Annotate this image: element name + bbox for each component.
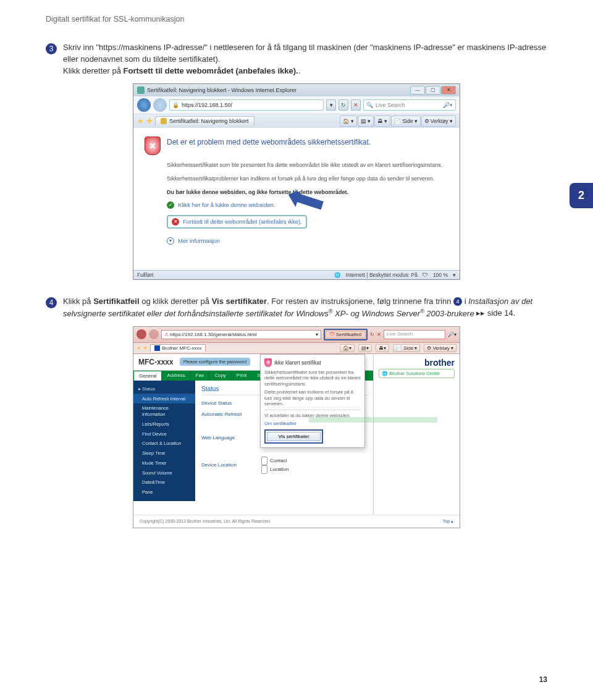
s4-italic-mid: XP- og Windows Server [333,309,421,318]
search-go-icon[interactable]: 🔎▾ [448,332,456,337]
step-4: 4 Klikk på Sertifikatfeil og klikk deret… [46,296,547,320]
s4-a: Klikk på [63,297,93,306]
refresh-button[interactable]: ↻ [370,332,374,337]
solution-center-link[interactable]: 🌐 Brother Solutions Center [379,369,455,378]
ss2-address-bar: ⚠ https://192.168.1.30/general/status.ht… [133,327,460,343]
print-button[interactable]: 🖶▾ [374,116,390,127]
search-field[interactable]: 🔍 Live Search 🔎▾ [363,99,456,111]
s4-c: . For resten av instruksjonene, følg tri… [267,297,453,306]
sidebar-item-contact[interactable]: Contact & Location [133,439,195,449]
feed-button[interactable]: ▤▾ [358,344,372,352]
page-menu-button[interactable]: 📄 Side ▾ [393,344,420,352]
location-label: Location [270,466,288,472]
step-3-line-a: Skriv inn "https://maskinens IP-adresse/… [63,43,546,64]
navtab-general[interactable]: General [133,371,162,381]
page-icon: 📄 [394,118,401,124]
label-device-location: Device Location [201,462,254,468]
feed-button[interactable]: ▤▾ [358,116,374,127]
home-button[interactable]: 🏠▾ [340,344,355,352]
url-dropdown-icon[interactable]: ▾ [316,332,318,337]
view-certificates-button[interactable]: Vis sertifikater [267,432,321,441]
close-page-label: Klikk her for å lukke denne websiden. [178,201,275,208]
browser-tab[interactable]: Sertifikatfeil: Navigering blokkert [155,116,254,125]
label-device-status: Device Status [201,400,254,406]
chapter-tab: 2 [570,183,593,208]
refresh-button[interactable]: ↻ [339,99,348,111]
sidebar-item-find-device[interactable]: Find Device [133,429,195,439]
print-button[interactable]: 🖶▾ [376,344,389,352]
sidebar-item-pane[interactable]: Pane [133,487,195,497]
copyright: Copyright(C) 2000-2012 Brother Industrie… [140,519,271,524]
page-body: ✕ Det er et problem med dette webområdet… [133,128,460,270]
chevron-down-icon: ▾ [167,237,174,245]
sidebar-item-auto-refresh[interactable]: Auto Refresh Interval [133,394,195,404]
protected-icon: 🛡 [423,272,428,278]
sidebar-item-sound[interactable]: Sound Volume [133,468,195,478]
sidebar-group-status[interactable]: ▸ Status [133,384,195,394]
window-close-button[interactable]: ✕ [441,86,456,95]
val-device-location: Contact Location [261,457,288,474]
browser-tab[interactable]: Brother MFC-xxxx [150,344,206,352]
stop-button[interactable]: ✕ [377,332,381,337]
contact-icon [261,457,267,465]
window-minimize-button[interactable]: — [410,86,425,95]
nav-back-button[interactable] [137,98,151,112]
globe-icon: 🌐 [334,272,341,278]
status-bar: Fullført 🌐 Internett | Beskyttet modus: … [133,270,460,279]
contact-label: Contact [270,458,287,463]
favorites-icon[interactable]: ★ [137,345,141,351]
url-dropdown-button[interactable]: ▾ [326,99,336,111]
sidebar: ▸ Status Auto Refresh Interval Maintenan… [133,381,195,501]
window-maximize-button[interactable]: ▢ [426,86,440,95]
navtab-address[interactable]: Address [162,371,190,381]
add-favorites-icon[interactable]: ✚ [143,345,148,351]
cert-error-button[interactable]: 🛡 Sertifikatfeil [326,331,366,339]
stop-button[interactable]: ✕ [351,99,361,111]
gear-icon: ⚙ [427,345,431,351]
s4-sup2: ® [420,308,424,314]
sidebar-item-datetime[interactable]: Date&Time [133,478,195,487]
sidebar-item-lists[interactable]: Lists/Reports [133,420,195,429]
url-field[interactable]: ⚠ https://192.168.1.30/general/status.ht… [161,330,321,339]
sidebar-item-sleep[interactable]: Sleep Time [133,449,195,458]
zoom-dropdown-icon[interactable]: ▾ [453,272,456,278]
back-to-top-link[interactable]: Top ▴ [443,519,453,524]
nav-forward-button[interactable] [153,98,167,112]
green-highlight-bar [309,417,437,423]
page-menu-button[interactable]: 📄Side ▾ [391,116,420,127]
page-number: 13 [539,675,547,684]
s4-sup1: ® [329,308,333,314]
window-title: Sertifikatfeil: Navigering blokkert - Wi… [147,87,296,93]
add-favorites-icon[interactable]: ✚ [146,117,153,125]
s4-e: side 14. [487,309,516,318]
favorites-icon[interactable]: ★ [137,117,144,125]
tools-menu-button[interactable]: ⚙Verktøy ▾ [421,116,456,127]
tools-menu-button[interactable]: ⚙ Verktøy ▾ [424,344,456,352]
popup-p1: Sikkerhetssertifikatet som ble presenter… [264,369,361,387]
cert-error-button-highlight: 🛡 Sertifikatfeil [324,329,368,340]
sidebar-item-mode-timer[interactable]: Mode Timer [133,458,195,468]
step-3-line-b-pre: Klikk deretter på [63,66,124,75]
zoom-label: 100 % [433,272,448,278]
navtab-print[interactable]: Print [232,371,252,381]
tools-label: Verktøy ▾ [431,118,453,124]
nav-back-button[interactable] [137,329,146,339]
navtab-fax[interactable]: Fax [191,371,209,381]
url-field[interactable]: 🔒 https://192.168.1.50/ [169,99,324,111]
popup-p2: Dette problemet kan indikere et forsøk p… [264,389,361,407]
home-button[interactable]: 🏠▾ [340,116,357,127]
feed-drop: ▾ [368,118,371,124]
tools-label: Verktøy ▾ [433,345,453,351]
search-go-icon[interactable]: 🔎▾ [443,102,453,108]
sidebar-item-maintenance[interactable]: Maintenance Information [133,403,195,420]
view-certs-highlight: Vis sertifikater [264,429,323,444]
window-titlebar: Sertifikatfeil: Navigering blokkert - Wi… [133,84,460,96]
navtab-copy[interactable]: Copy [209,371,232,381]
right-column: brother 🌐 Brother Solutions Center [373,354,460,515]
check-icon: ✓ [167,201,174,209]
more-info-link[interactable]: ▾ Mer informasjon [167,237,448,245]
page-label: Side ▾ [402,118,417,124]
continue-link[interactable]: ✕ Fortsett til dette webområdet (anbefal… [167,215,307,229]
search-field[interactable]: Live Search [384,330,445,339]
nav-forward-button[interactable] [149,329,159,339]
